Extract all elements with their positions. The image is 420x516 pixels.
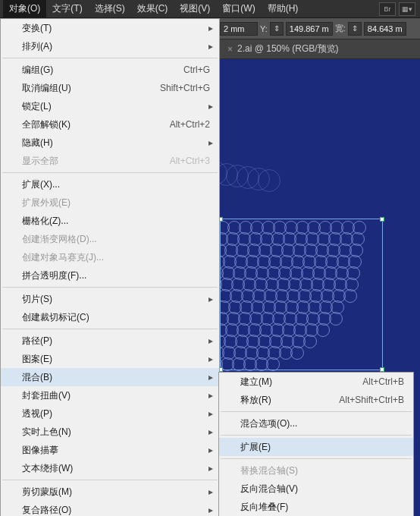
submenu-arrow-icon: ▸ xyxy=(208,408,213,419)
separator xyxy=(221,411,412,412)
menu-item[interactable]: 扩展(X)... xyxy=(1,175,219,194)
menu-item-label: 锁定(L) xyxy=(22,100,210,113)
menu-item[interactable]: 混合(B)▸ xyxy=(1,368,219,386)
w-stepper[interactable]: ⇕ xyxy=(348,22,362,36)
menu-item-label: 变换(T) xyxy=(22,22,210,35)
submenu-arrow-icon: ▸ xyxy=(208,505,213,515)
menu-item[interactable]: 透视(P)▸ xyxy=(1,404,219,423)
menu-item: 扩展外观(E) xyxy=(1,194,219,212)
menu-effect[interactable]: 效果(C) xyxy=(131,0,174,18)
menu-item[interactable]: 图案(E)▸ xyxy=(1,350,219,368)
menu-item-label: 创建渐变网格(D)... xyxy=(22,233,210,246)
menu-item[interactable]: 变换(T)▸ xyxy=(1,19,219,37)
menu-item-label: 栅格化(Z)... xyxy=(22,215,210,228)
menu-item[interactable]: 取消编组(U)Shift+Ctrl+G xyxy=(1,79,219,97)
menu-item[interactable]: 扩展(E) xyxy=(219,438,413,456)
submenu-arrow-icon: ▸ xyxy=(208,426,213,437)
selection-bbox[interactable] xyxy=(220,219,383,370)
menu-item: 创建对象马赛克(J)... xyxy=(1,248,219,266)
arrange-docs-icon[interactable]: ▦▾ xyxy=(399,2,415,16)
menu-item[interactable]: 剪切蒙版(M)▸ xyxy=(1,483,219,501)
separator xyxy=(2,58,218,58)
submenu-arrow-icon: ▸ xyxy=(208,101,213,112)
submenu-arrow-icon: ▸ xyxy=(208,137,213,148)
menu-item-label: 替换混合轴(S) xyxy=(240,464,404,477)
menu-item[interactable]: 反向混合轴(V) xyxy=(219,480,413,498)
menu-item-label: 建立(M) xyxy=(240,376,362,389)
submenu-arrow-icon: ▸ xyxy=(208,354,213,364)
menu-item[interactable]: 复合路径(O)▸ xyxy=(1,501,219,516)
menu-object[interactable]: 对象(O) xyxy=(3,0,46,18)
tab-document[interactable]: × 2.ai @ 150% (RGB/预览) xyxy=(220,39,346,58)
menu-item[interactable]: 建立(M)Alt+Ctrl+B xyxy=(219,373,413,391)
w-label: 宽: xyxy=(335,23,346,34)
object-menu: 变换(T)▸排列(A)▸编组(G)Ctrl+G取消编组(U)Shift+Ctrl… xyxy=(0,18,220,516)
shortcut: Alt+Ctrl+3 xyxy=(170,156,210,166)
separator xyxy=(2,287,218,288)
menu-item-label: 文本绕排(W) xyxy=(22,462,210,475)
menu-item: 显示全部Alt+Ctrl+3 xyxy=(1,152,219,170)
handle-tl[interactable] xyxy=(220,217,223,222)
submenu-arrow-icon: ▸ xyxy=(208,486,213,497)
x-value[interactable]: 2 mm xyxy=(220,22,258,36)
menu-item-label: 全部解锁(K) xyxy=(22,118,170,131)
menu-item-label: 创建裁切标记(C) xyxy=(22,311,210,324)
menu-item[interactable]: 释放(R)Alt+Shift+Ctrl+B xyxy=(219,391,413,409)
menu-item-label: 拼合透明度(F)... xyxy=(22,269,210,282)
menubar: 对象(O) 文字(T) 选择(S) 效果(C) 视图(V) 窗口(W) 帮助(H… xyxy=(0,0,420,18)
menu-item-label: 混合选项(O)... xyxy=(240,417,404,430)
y-label: Y: xyxy=(260,24,268,33)
menu-item[interactable]: 封套扭曲(V)▸ xyxy=(1,386,219,404)
menu-item-label: 剪切蒙版(M) xyxy=(22,486,210,499)
menu-item-label: 反向堆叠(F) xyxy=(240,501,404,514)
menu-item[interactable]: 切片(S)▸ xyxy=(1,290,219,308)
menu-view[interactable]: 视图(V) xyxy=(174,0,216,18)
menu-item[interactable]: 隐藏(H)▸ xyxy=(1,134,219,152)
menu-item: 替换混合轴(S) xyxy=(219,461,413,480)
menu-item-label: 图案(E) xyxy=(22,353,210,366)
menu-item-label: 取消编组(U) xyxy=(22,82,160,95)
y-value[interactable]: 149.867 m xyxy=(286,22,333,36)
menu-item-label: 路径(P) xyxy=(22,335,210,348)
separator xyxy=(221,435,412,436)
menu-select[interactable]: 选择(S) xyxy=(89,0,131,18)
y-stepper[interactable]: ⇕ xyxy=(270,22,284,36)
submenu-arrow-icon: ▸ xyxy=(208,294,213,304)
menu-help[interactable]: 帮助(H) xyxy=(262,0,305,18)
menu-item[interactable]: 全部解锁(K)Alt+Ctrl+2 xyxy=(1,115,219,134)
menu-type[interactable]: 文字(T) xyxy=(46,0,88,18)
submenu-arrow-icon: ▸ xyxy=(208,463,213,474)
menu-item[interactable]: 图像描摹▸ xyxy=(1,441,219,459)
menu-item-label: 显示全部 xyxy=(22,155,170,168)
w-value[interactable]: 84.643 m xyxy=(364,22,406,36)
menu-item-label: 编组(G) xyxy=(22,64,183,77)
bridge-icon[interactable]: Br xyxy=(379,2,396,16)
shortcut: Alt+Ctrl+B xyxy=(362,376,404,387)
menu-item[interactable]: 拼合透明度(F)... xyxy=(1,266,219,285)
menu-item[interactable]: 实时上色(N)▸ xyxy=(1,423,219,441)
menu-item[interactable]: 文本绕排(W)▸ xyxy=(1,459,219,477)
menu-item[interactable]: 创建裁切标记(C) xyxy=(1,308,219,326)
menu-item[interactable]: 锁定(L)▸ xyxy=(1,97,219,115)
shortcut: Ctrl+G xyxy=(183,64,210,75)
menu-item-label: 反向混合轴(V) xyxy=(240,483,404,496)
menu-item[interactable]: 栅格化(Z)... xyxy=(1,212,219,230)
menu-item[interactable]: 编组(G)Ctrl+G xyxy=(1,61,219,79)
handle-tr[interactable] xyxy=(380,217,384,222)
menu-item[interactable]: 排列(A)▸ xyxy=(1,37,219,55)
menu-item[interactable]: 混合选项(O)... xyxy=(219,414,413,433)
menu-item-label: 透视(P) xyxy=(22,407,210,420)
menu-window[interactable]: 窗口(W) xyxy=(216,0,261,18)
separator xyxy=(2,329,218,329)
menu-item-label: 隐藏(H) xyxy=(22,137,210,149)
menu-item[interactable]: 反向堆叠(F) xyxy=(219,498,413,516)
menu-item-label: 实时上色(N) xyxy=(22,426,210,439)
submenu-arrow-icon: ▸ xyxy=(208,372,213,382)
menu-item-label: 切片(S) xyxy=(22,293,210,306)
close-icon[interactable]: × xyxy=(227,44,233,55)
menu-item[interactable]: 路径(P)▸ xyxy=(1,332,219,350)
submenu-arrow-icon: ▸ xyxy=(208,23,213,33)
submenu-arrow-icon: ▸ xyxy=(208,41,213,52)
menu-item-label: 封套扭曲(V) xyxy=(22,389,210,402)
menu-item-label: 创建对象马赛克(J)... xyxy=(22,251,210,264)
